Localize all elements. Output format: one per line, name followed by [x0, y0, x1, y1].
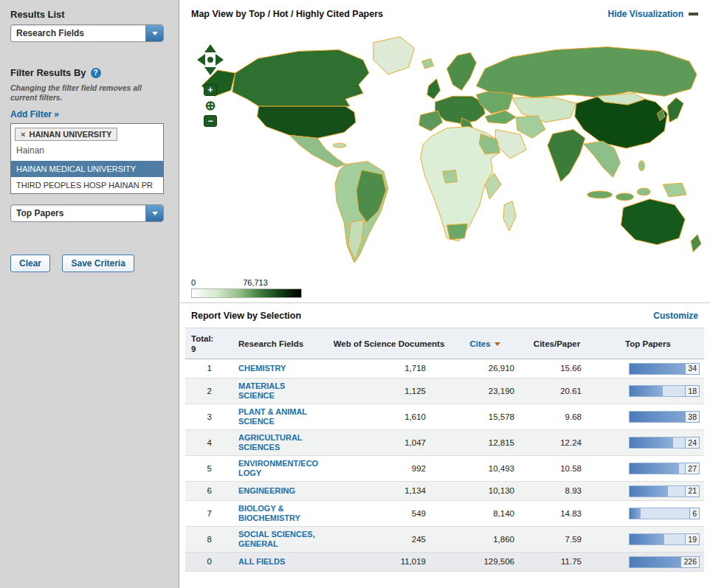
- top-papers-cell: 6: [592, 501, 704, 527]
- row-rank: 5: [185, 456, 227, 482]
- sort-desc-icon: [494, 342, 500, 346]
- research-field-link[interactable]: AGRICULTURAL SCIENCES: [238, 433, 321, 452]
- research-field-link[interactable]: SOCIAL SCIENCES, GENERAL: [238, 530, 321, 549]
- wos-documents-value: 992: [330, 456, 448, 482]
- top-papers-cell: 226: [592, 553, 704, 572]
- suggestion-item-third-peoples-hosp[interactable]: THIRD PEOPLES HOSP HAINAN PR: [11, 177, 163, 193]
- map-controls: + ⊕ −: [197, 44, 224, 127]
- top-papers-cell: 21: [592, 482, 704, 501]
- chevron-down-icon[interactable]: [145, 205, 163, 221]
- research-field-link[interactable]: ENGINEERING: [238, 486, 321, 496]
- top-papers-value: 27: [685, 463, 700, 474]
- cites-value: 12,815: [448, 430, 522, 456]
- table-row: 6ENGINEERING1,13410,1308.9321: [185, 482, 704, 501]
- cites-value: 10,493: [448, 456, 522, 482]
- report-table: Total: 9 Research Fields Web of Science …: [185, 328, 704, 572]
- customize-link[interactable]: Customize: [653, 311, 698, 321]
- top-papers-bar[interactable]: 226: [629, 556, 700, 568]
- pan-up-icon[interactable]: [204, 44, 216, 52]
- paper-type-dropdown[interactable]: Top Papers: [10, 204, 164, 222]
- top-papers-value: 38: [685, 411, 700, 423]
- pan-left-icon[interactable]: [197, 54, 205, 66]
- top-papers-value: 19: [685, 533, 700, 545]
- filter-input[interactable]: [11, 143, 151, 161]
- field-cell: CHEMISTRY: [227, 359, 330, 378]
- top-papers-value: 34: [685, 363, 700, 375]
- cites-per-paper-value: 12.24: [522, 430, 592, 456]
- table-row: 1CHEMISTRY1,71826,91015.6634: [185, 359, 704, 378]
- research-field-link[interactable]: MATERIALS SCIENCE: [238, 381, 321, 401]
- field-cell: ENVIRONMENT/ECOLOGY: [227, 456, 330, 482]
- cites-per-paper-value: 10.58: [522, 456, 592, 482]
- cites-per-paper-value: 14.83: [522, 501, 592, 527]
- suggestion-item-hainan-medical[interactable]: HAINAN MEDICAL UNIVERSITY: [11, 161, 163, 177]
- help-icon[interactable]: ?: [91, 68, 101, 78]
- zoom-out-button[interactable]: −: [204, 115, 217, 127]
- cites-header-label: Cites: [469, 339, 490, 348]
- research-field-link[interactable]: CHEMISTRY: [238, 364, 321, 373]
- top-papers-cell: 24: [592, 430, 704, 456]
- top-papers-bar[interactable]: 27: [629, 463, 700, 474]
- row-rank: 7: [185, 501, 227, 527]
- column-header-cites-per-paper[interactable]: Cites/Paper: [522, 328, 592, 359]
- top-papers-bar[interactable]: 34: [629, 363, 700, 375]
- research-field-link[interactable]: ALL FIELDS: [238, 557, 321, 567]
- table-row: 4AGRICULTURAL SCIENCES1,04712,81512.2424: [185, 430, 704, 456]
- wos-documents-value: 549: [330, 501, 448, 527]
- top-papers-value: 226: [680, 556, 700, 568]
- cites-value: 26,910: [448, 359, 522, 378]
- results-list-dropdown[interactable]: Research Fields: [10, 24, 164, 42]
- pan-down-icon[interactable]: [204, 67, 216, 75]
- world-map[interactable]: + ⊕ − 0 76,713: [179, 28, 710, 302]
- top-papers-bar[interactable]: 6: [629, 508, 700, 519]
- field-cell: MATERIALS SCIENCE: [227, 378, 330, 404]
- field-cell: SOCIAL SCIENCES, GENERAL: [227, 527, 330, 553]
- filter-tag: ×HAINAN UNIVERSITY: [15, 128, 117, 141]
- research-field-link[interactable]: PLANT & ANIMAL SCIENCE: [238, 407, 321, 426]
- top-papers-bar[interactable]: 21: [629, 485, 700, 497]
- row-rank: 6: [185, 482, 227, 501]
- cites-value: 1,860: [448, 527, 522, 553]
- field-cell: ALL FIELDS: [227, 553, 330, 572]
- row-rank: 0: [185, 553, 227, 572]
- pan-control[interactable]: [197, 44, 224, 75]
- top-papers-cell: 34: [592, 359, 704, 378]
- column-header-wos-documents[interactable]: Web of Science Documents: [330, 328, 448, 359]
- cites-per-paper-value: 20.61: [522, 378, 592, 404]
- filter-combobox[interactable]: ×HAINAN UNIVERSITY HAINAN MEDICAL UNIVER…: [10, 123, 164, 194]
- wos-documents-value: 11,019: [330, 553, 448, 572]
- research-field-link[interactable]: BIOLOGY & BIOCHEMISTRY: [238, 504, 321, 523]
- pan-right-icon[interactable]: [216, 54, 224, 66]
- top-papers-value: 24: [685, 437, 700, 449]
- report-view-title: Report View by Selection: [191, 311, 301, 321]
- globe-icon[interactable]: ⊕: [204, 99, 217, 112]
- research-field-link[interactable]: ENVIRONMENT/ECOLOGY: [238, 459, 321, 478]
- hide-visualization-link[interactable]: Hide Visualization: [608, 9, 698, 19]
- wos-documents-value: 245: [330, 527, 448, 553]
- save-criteria-button[interactable]: Save Criteria: [62, 255, 134, 272]
- top-papers-bar[interactable]: 19: [629, 533, 700, 545]
- table-row: 7BIOLOGY & BIOCHEMISTRY5498,14014.836: [185, 501, 704, 527]
- map-section-header: Map View by Top / Hot / Highly Cited Pap…: [179, 0, 710, 28]
- world-map-svg[interactable]: [188, 30, 703, 270]
- cites-per-paper-value: 15.66: [522, 359, 592, 378]
- main-content: Map View by Top / Hot / Highly Cited Pap…: [179, 0, 710, 588]
- zoom-controls: + ⊕ −: [197, 84, 224, 127]
- esi-app: Results List Research Fields Filter Resu…: [0, 0, 710, 588]
- clear-button[interactable]: Clear: [10, 255, 50, 272]
- column-header-cites[interactable]: Cites: [448, 328, 522, 359]
- top-papers-bar[interactable]: 38: [629, 411, 700, 423]
- column-header-research-fields: Research Fields: [227, 328, 330, 359]
- column-header-top-papers[interactable]: Top Papers: [592, 328, 704, 359]
- cites-per-paper-value: 11.75: [522, 553, 592, 572]
- remove-tag-icon[interactable]: ×: [21, 130, 25, 139]
- top-papers-bar[interactable]: 18: [629, 385, 700, 397]
- top-papers-bar[interactable]: 24: [629, 437, 700, 449]
- top-papers-cell: 27: [592, 456, 704, 482]
- add-filter-link[interactable]: Add Filter »: [10, 109, 170, 120]
- chevron-down-icon[interactable]: [145, 25, 163, 41]
- zoom-in-button[interactable]: +: [204, 84, 217, 96]
- map-countries[interactable]: [201, 37, 701, 263]
- total-header: Total: 9: [185, 328, 227, 359]
- map-view-title: Map View by Top / Hot / Highly Cited Pap…: [191, 9, 383, 19]
